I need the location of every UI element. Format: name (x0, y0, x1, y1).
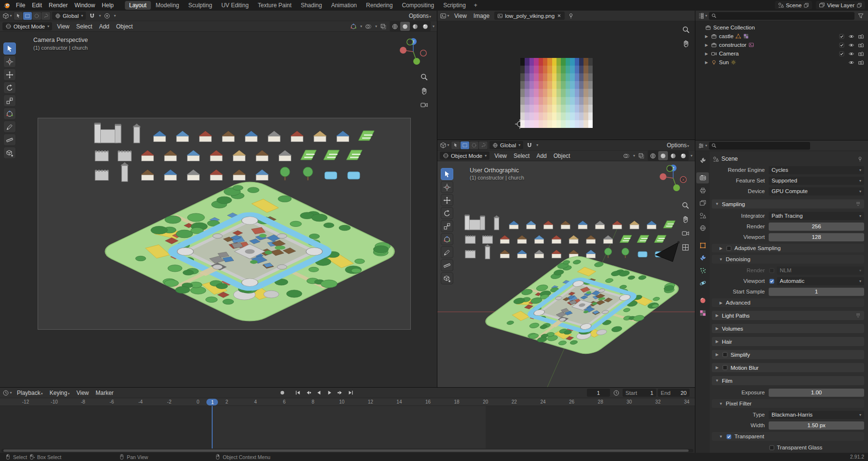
outliner-row-sun[interactable]: ▶Sun (695, 58, 868, 67)
presets-icon[interactable] (855, 312, 861, 319)
menu-view[interactable]: View (73, 389, 92, 397)
section-header-volumes[interactable]: ▶Volumes (712, 324, 864, 333)
section-header-simplify[interactable]: ▶Simplify (712, 350, 864, 359)
visibility-eye-icon[interactable] (848, 51, 854, 57)
workspace-tab-uv-editing[interactable]: UV Editing (217, 1, 253, 10)
snap-toggle[interactable] (87, 11, 97, 20)
checkbox-motion-blur[interactable] (722, 364, 728, 371)
properties-tab-particles[interactable] (696, 265, 709, 276)
render-visibility-icon[interactable] (858, 51, 864, 57)
section-header-sampling[interactable]: ▼Sampling (712, 199, 864, 209)
prop-number-render[interactable]: 256 (769, 223, 864, 231)
transform-orientation-dropdown[interactable]: Global▾ (52, 12, 86, 20)
properties-tab-viewlayer[interactable] (696, 197, 709, 209)
hand-button[interactable] (680, 215, 690, 224)
prop-dropdown-feature-set[interactable]: Supported▾ (769, 177, 864, 185)
properties-tab-texture[interactable] (696, 307, 709, 319)
mode-dropdown[interactable]: Object Mode▾ (440, 152, 489, 160)
options-menu[interactable]: Options▾ (406, 12, 434, 20)
menu-marker[interactable]: Marker (92, 389, 117, 397)
select-mode-lasso[interactable] (41, 12, 50, 20)
menu-select[interactable]: Select (510, 152, 533, 160)
properties-search-input[interactable] (719, 142, 808, 149)
prop-dropdown-device[interactable]: GPU Compute▾ (769, 187, 864, 196)
properties-tab-tool[interactable] (696, 155, 709, 166)
select-mode-tweak[interactable] (14, 12, 23, 20)
menu-image[interactable]: Image (470, 12, 493, 20)
tool-button-annotate[interactable] (441, 246, 453, 258)
select-mode-box[interactable] (461, 141, 469, 149)
play-reverse-button[interactable] (314, 389, 324, 397)
tool-button-scale[interactable] (441, 220, 453, 232)
unlink-image-button[interactable] (556, 13, 562, 18)
jump-to-end-button[interactable] (346, 389, 356, 397)
subpanel-header-adaptive-sampling[interactable]: ▶Adaptive Sampling (712, 244, 864, 252)
outliner-row-constructor[interactable]: ▶constructor (695, 41, 868, 49)
toggle-xray-button[interactable] (637, 151, 646, 160)
properties-tab-modifier[interactable] (696, 252, 709, 264)
tool-button-add-cube[interactable] (3, 147, 16, 159)
section-header-hair[interactable]: ▶Hair (712, 337, 864, 346)
menu-playback[interactable]: Playback▾ (14, 389, 46, 397)
menu-select[interactable]: Select (73, 23, 95, 30)
shading-rendered-button[interactable] (420, 22, 430, 31)
record-button[interactable] (278, 389, 287, 397)
editor-type-button[interactable]: ▾ (2, 388, 12, 397)
timeline-scrollbar[interactable] (1, 449, 693, 452)
checkbox-transparent[interactable] (726, 433, 732, 440)
menu-view[interactable]: View (451, 12, 470, 20)
workspace-tab-layout[interactable]: Layout (125, 1, 151, 10)
prop-number-start-sample[interactable]: 1 (769, 288, 864, 296)
next-keyframe-button[interactable] (336, 389, 345, 397)
frame-end-field[interactable]: End20 (658, 389, 690, 397)
mode-dropdown[interactable]: Object Mode▾ (2, 22, 52, 30)
checkbox-adaptive-sampling[interactable] (726, 245, 732, 251)
selectability-checkbox[interactable] (839, 33, 845, 40)
editor-type-button[interactable]: ▾ (440, 11, 449, 20)
menu-add[interactable]: Add (533, 152, 550, 160)
timeline-tracks[interactable] (0, 406, 695, 448)
subpanel-header-denoising[interactable]: ▼Denoising (712, 255, 864, 264)
new-scene-button[interactable] (803, 2, 809, 8)
menu-object[interactable]: Object (113, 23, 136, 30)
workspace-tab-modeling[interactable]: Modeling (151, 1, 184, 10)
tool-button-add-cube[interactable] (441, 272, 453, 284)
checkbox-simplify[interactable] (722, 351, 728, 358)
playhead[interactable] (212, 406, 213, 448)
outliner-search-input[interactable] (719, 13, 852, 19)
menu-view[interactable]: View (491, 152, 510, 160)
prop-number-viewport[interactable]: 128 (769, 233, 864, 241)
properties-tab-world[interactable] (696, 223, 709, 234)
disclosure-icon[interactable]: ▶ (704, 43, 709, 47)
play-button[interactable] (325, 389, 335, 397)
shading-rendered-button[interactable] (678, 151, 688, 160)
checkbox-viewport[interactable] (769, 278, 775, 284)
selectability-checkbox[interactable] (839, 42, 845, 48)
options-menu[interactable]: Options▾ (664, 141, 692, 149)
properties-tab-material[interactable] (696, 295, 709, 306)
disclosure-icon[interactable]: ▶ (704, 34, 709, 39)
shading-solid-button[interactable] (400, 22, 410, 31)
section-header-motion-blur[interactable]: ▶Motion Blur (712, 363, 864, 372)
tool-button-scale[interactable] (3, 95, 16, 107)
workspace-tab-texture-paint[interactable]: Texture Paint (254, 1, 296, 10)
outliner-search[interactable] (709, 12, 854, 20)
shading-solid-button[interactable] (658, 151, 668, 160)
menu-edit[interactable]: Edit (28, 1, 45, 9)
navigation-gizmo[interactable]: Z (397, 36, 429, 69)
zoom-button[interactable] (680, 201, 690, 210)
editor-type-button[interactable]: ▾ (698, 141, 707, 150)
render-visibility-icon[interactable] (858, 59, 864, 66)
viewport-canvas-secondary[interactable]: User Orthographic (1) constructor | chur… (437, 161, 695, 387)
outliner-filter-button[interactable] (856, 11, 866, 20)
workspace-tab-shading[interactable]: Shading (297, 1, 326, 10)
properties-search[interactable] (709, 142, 810, 150)
tool-button-move[interactable] (3, 69, 16, 81)
menu-keying[interactable]: Keying▾ (46, 389, 73, 397)
tool-button-transform[interactable] (3, 108, 16, 120)
jump-to-start-button[interactable] (293, 389, 303, 397)
section-header-light-paths[interactable]: ▶Light Paths (712, 311, 864, 320)
show-overlays-toggle[interactable] (622, 151, 631, 160)
show-gizmo-toggle[interactable] (349, 22, 358, 31)
select-mode-box[interactable] (23, 12, 32, 20)
